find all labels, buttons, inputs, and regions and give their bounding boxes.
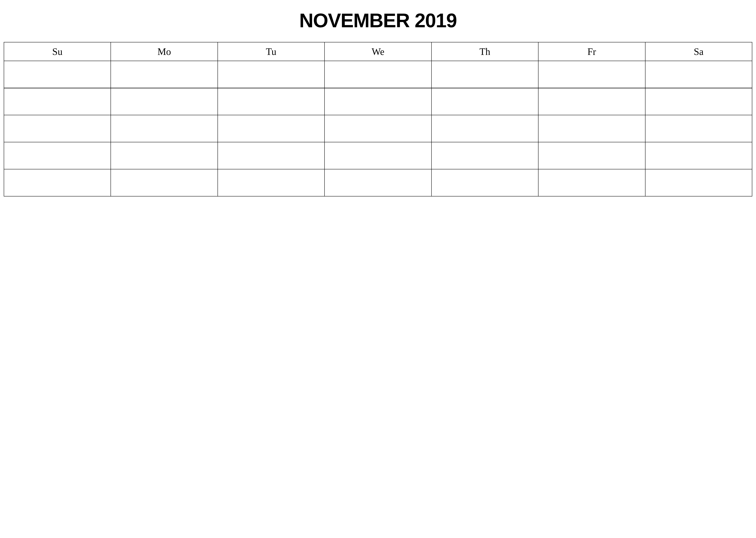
calendar-cell xyxy=(111,61,218,88)
day-header-th: Th xyxy=(431,42,538,61)
calendar-cell xyxy=(111,142,218,169)
calendar-cell xyxy=(4,88,111,115)
calendar-title: NOVEMBER 2019 xyxy=(4,9,752,32)
calendar-cell xyxy=(645,61,752,88)
calendar-cell xyxy=(538,61,645,88)
calendar-week-row xyxy=(4,115,752,142)
calendar-cell xyxy=(4,142,111,169)
calendar-cell xyxy=(4,61,111,88)
day-header-su: Su xyxy=(4,42,111,61)
calendar-cell xyxy=(431,169,538,196)
day-header-mo: Mo xyxy=(111,42,218,61)
calendar-cell xyxy=(431,88,538,115)
calendar-cell xyxy=(111,115,218,142)
calendar-week-row xyxy=(4,88,752,115)
calendar-cell xyxy=(111,169,218,196)
calendar-cell xyxy=(431,142,538,169)
calendar-cell xyxy=(325,88,431,115)
calendar-cell xyxy=(325,61,431,88)
day-header-sa: Sa xyxy=(645,42,752,61)
day-header-tu: Tu xyxy=(218,42,325,61)
calendar-cell xyxy=(325,142,431,169)
calendar-grid: Su Mo Tu We Th Fr Sa xyxy=(4,42,752,196)
calendar-cell xyxy=(218,142,325,169)
day-header-fr: Fr xyxy=(538,42,645,61)
calendar-cell xyxy=(4,115,111,142)
calendar-cell xyxy=(645,169,752,196)
calendar-week-row xyxy=(4,169,752,196)
calendar-cell xyxy=(218,61,325,88)
calendar-cell xyxy=(325,115,431,142)
calendar-cell xyxy=(538,88,645,115)
calendar-cell xyxy=(218,115,325,142)
calendar-cell xyxy=(645,88,752,115)
calendar-week-row xyxy=(4,61,752,88)
calendar-cell xyxy=(538,115,645,142)
calendar-cell xyxy=(431,61,538,88)
calendar-cell xyxy=(431,115,538,142)
calendar-cell xyxy=(4,169,111,196)
calendar-cell xyxy=(111,88,218,115)
calendar-cell xyxy=(538,169,645,196)
calendar-cell xyxy=(218,169,325,196)
calendar-cell xyxy=(645,142,752,169)
day-header-we: We xyxy=(325,42,431,61)
calendar-cell xyxy=(645,115,752,142)
calendar-week-row xyxy=(4,142,752,169)
calendar-cell xyxy=(538,142,645,169)
calendar-cell xyxy=(218,88,325,115)
calendar-cell xyxy=(325,169,431,196)
calendar-header-row: Su Mo Tu We Th Fr Sa xyxy=(4,42,752,61)
